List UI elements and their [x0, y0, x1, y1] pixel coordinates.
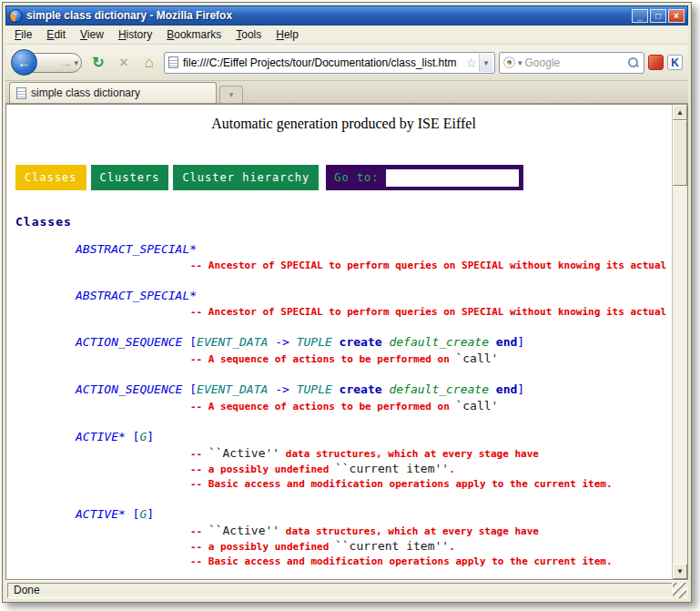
clusters-nav-button[interactable]: Clusters: [91, 165, 169, 190]
comment-segment: ``Active'': [208, 446, 279, 460]
titlebar[interactable]: simple class dictionary - Mozilla Firefo…: [5, 5, 688, 25]
page-icon: [168, 56, 178, 68]
search-input[interactable]: Google: [525, 56, 627, 69]
code-segment: EVENT_DATA: [197, 382, 268, 396]
forward-icon: →: [59, 56, 72, 70]
scroll-up-button[interactable]: ▲: [673, 105, 687, 120]
class-list: ABSTRACT_SPECIAL*-- Ancestor of SPECIAL …: [15, 241, 672, 579]
code-segment: create: [332, 335, 390, 349]
code-segment: ->: [268, 335, 296, 349]
url-text[interactable]: file:///C:/Eiffel Projects/tour/Document…: [183, 56, 463, 69]
bookmark-star-icon[interactable]: ☆: [465, 56, 477, 70]
classes-heading: Classes: [15, 215, 672, 229]
tab-bar: simple class dictionary ▾: [5, 81, 688, 104]
code-segment: ->: [268, 382, 296, 396]
class-comment-line: -- A sequence of actions to be performed…: [190, 351, 672, 367]
class-comment-line: -- Basic access and modification operati…: [190, 477, 672, 492]
stop-button[interactable]: ×: [113, 52, 135, 74]
code-segment: ACTIVE*: [76, 430, 126, 443]
comment-segment: --: [190, 448, 208, 460]
content-area: Automatic generation produced by ISE Eif…: [5, 104, 688, 580]
class-entry: ACTION_SEQUENCE [EVENT_DATA -> TUPLE cre…: [15, 382, 672, 414]
comment-segment: .: [449, 541, 455, 553]
refresh-button[interactable]: ↻: [87, 52, 109, 74]
comment-segment: data structures, which at every stage ha…: [279, 525, 539, 537]
class-entry: ACTIVE* [G]-- ``Active'' data structures…: [15, 429, 672, 492]
goto-input[interactable]: [386, 169, 519, 187]
class-comment-line: -- Ancestor of SPECIAL to perform querie…: [190, 259, 672, 273]
class-comment-line: -- a possibly undefined ``current item''…: [190, 462, 672, 477]
scrollbar-thumb[interactable]: [673, 120, 687, 186]
code-segment: TUPLE: [297, 335, 332, 349]
code-segment: default_create: [389, 335, 489, 349]
class-comment-line: -- Basic access and modification operati…: [190, 555, 672, 569]
comment-segment: -- a possibly undefined: [190, 541, 335, 553]
class-name-line[interactable]: ABSTRACT_SPECIAL*: [76, 288, 672, 303]
scroll-down-button[interactable]: ▼: [673, 564, 687, 579]
code-segment: [: [126, 430, 140, 443]
class-comment-line: -- A sequence of actions to be performed…: [190, 399, 672, 414]
comment-segment: -- Ancestor of SPECIAL to perform querie…: [190, 306, 672, 318]
class-comment-line: -- Ancestor of SPECIAL to perform querie…: [190, 305, 672, 320]
cluster-hierarchy-nav-button[interactable]: Cluster hierarchy: [173, 165, 319, 190]
code-segment: [: [182, 382, 197, 396]
class-comment-line: -- a possibly undefined ``current item''…: [190, 539, 672, 555]
tab-simple-class-dictionary[interactable]: simple class dictionary: [9, 82, 217, 103]
menu-file[interactable]: File: [7, 26, 39, 43]
class-name-line[interactable]: ACTION_SEQUENCE [EVENT_DATA -> TUPLE cre…: [76, 334, 672, 350]
goto-label: Go to:: [334, 171, 379, 184]
class-name-line[interactable]: ACTION_SEQUENCE [EVENT_DATA -> TUPLE cre…: [76, 382, 672, 397]
menu-edit[interactable]: Edit: [39, 26, 73, 43]
class-name-line[interactable]: ACTIVE* [G]: [76, 506, 672, 522]
code-segment: [: [182, 335, 197, 349]
firefox-icon: [9, 9, 23, 23]
menu-bookmarks[interactable]: Bookmarks: [159, 26, 228, 43]
comment-segment: ``Active'': [208, 524, 279, 537]
addon-icon-red[interactable]: [648, 55, 664, 70]
code-segment: ]: [517, 335, 524, 349]
maximize-button[interactable]: □: [650, 9, 666, 23]
menu-tools[interactable]: Tools: [228, 26, 269, 43]
comment-segment: .: [449, 463, 455, 475]
class-entry: ABSTRACT_SPECIAL*-- Ancestor of SPECIAL …: [15, 288, 672, 320]
code-segment: ACTION_SEQUENCE: [76, 382, 182, 396]
close-button[interactable]: ×: [668, 9, 685, 23]
search-bar[interactable]: ▾ Google: [499, 52, 644, 74]
addon-icon-k[interactable]: K: [667, 55, 683, 70]
comment-segment: -- a possibly undefined: [190, 463, 335, 475]
class-entry: ACTION_SEQUENCE [EVENT_DATA -> TUPLE cre…: [15, 334, 672, 367]
code-segment: create: [332, 382, 390, 396]
code-segment: [: [126, 507, 140, 521]
goto-block: Go to:: [326, 165, 522, 190]
menu-view[interactable]: View: [73, 26, 111, 43]
scrollbar-track[interactable]: [673, 120, 687, 564]
menu-help[interactable]: Help: [269, 26, 306, 43]
vertical-scrollbar[interactable]: ▲ ▼: [672, 105, 687, 579]
url-dropdown-icon[interactable]: ▾: [479, 54, 492, 72]
google-icon: [503, 56, 515, 68]
tab-title: simple class dictionary: [31, 87, 140, 99]
history-dropdown-icon[interactable]: ▾: [74, 58, 78, 67]
url-bar[interactable]: file:///C:/Eiffel Projects/tour/Document…: [164, 52, 495, 74]
status-bar: Done: [5, 580, 688, 599]
back-button[interactable]: ←: [11, 49, 37, 76]
code-segment: ABSTRACT_SPECIAL*: [76, 289, 197, 302]
menu-history[interactable]: History: [111, 26, 159, 43]
code-segment: ACTION_SEQUENCE: [76, 335, 182, 349]
class-name-line[interactable]: ABSTRACT_SPECIAL*: [76, 241, 672, 257]
comment-segment: -- Ancestor of SPECIAL to perform querie…: [190, 260, 672, 271]
resize-grip[interactable]: [673, 583, 686, 598]
back-icon: ←: [17, 55, 31, 70]
home-button[interactable]: ⌂: [138, 52, 160, 74]
comment-segment: `call': [455, 399, 498, 412]
tab-list-stub[interactable]: ▾: [219, 86, 243, 103]
search-engine-dropdown-icon[interactable]: ▾: [518, 58, 522, 67]
classes-nav-button[interactable]: Classes: [15, 165, 86, 190]
minimize-button[interactable]: _: [632, 9, 648, 23]
doc-nav-row: Classes Clusters Cluster hierarchy Go to…: [15, 165, 672, 190]
code-segment: ACTIVE*: [76, 507, 126, 521]
class-name-line[interactable]: ACTIVE* [G]: [76, 429, 672, 444]
forward-button[interactable]: → ▾: [31, 53, 82, 73]
comment-segment: ``current item'': [335, 462, 449, 475]
search-icon[interactable]: [627, 56, 640, 69]
